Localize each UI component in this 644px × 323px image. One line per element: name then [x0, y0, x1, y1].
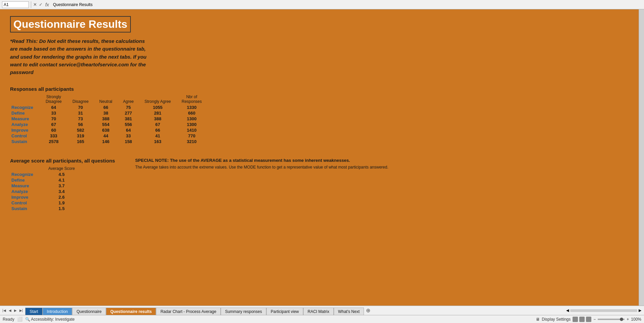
table-row: Improve6058263864661410 [10, 127, 207, 133]
table-row: Control1.9 [10, 200, 83, 206]
average-header: Average score all participants, all ques… [10, 158, 115, 164]
responses-table-header-row: StronglyDisagree Disagree Neutral Agree … [10, 94, 207, 105]
sheet-tab[interactable]: Questionnaire results [106, 308, 156, 315]
sheet-tab[interactable]: RACI Matrix [303, 308, 334, 315]
table-cell: 33 [118, 133, 139, 139]
average-table-container: Average score all participants, all ques… [10, 158, 115, 211]
col-agree: Agree [118, 94, 139, 105]
formula-content[interactable]: Questionnaire Results [52, 2, 642, 7]
page-layout-icon[interactable] [579, 317, 585, 322]
confirm-icon[interactable]: ✓ [39, 2, 43, 7]
col-disagree: Disagree [67, 94, 94, 105]
table-cell: 1300 [176, 116, 207, 122]
table-row: Define4.1 [10, 177, 83, 183]
bottom-tab-bar: |◀ ◀ ▶ ▶| StartIntroductionQuestionnaire… [0, 306, 644, 315]
avg-value: 3.4 [40, 189, 83, 194]
table-row: Recognize6470667510551330 [10, 105, 207, 110]
table-cell: 41 [139, 133, 176, 139]
avg-value: 4.1 [40, 177, 83, 183]
responses-header: Responses all participants [10, 86, 629, 92]
table-row: Recognize4.5 [10, 172, 83, 177]
table-cell: 67 [40, 122, 67, 127]
table-row: Analyze3.4 [10, 189, 83, 194]
table-cell: 67 [139, 122, 176, 127]
row-label: Define [10, 110, 40, 116]
table-cell: 770 [176, 133, 207, 139]
sheet-tab[interactable]: What's Next [334, 308, 364, 315]
table-cell: 582 [67, 127, 94, 133]
cancel-icon[interactable]: ✕ [33, 2, 37, 7]
col-strongly-agree: Strongly Agree [139, 94, 176, 105]
sheet-nav: |◀ ◀ ▶ ▶| [0, 309, 25, 312]
table-cell: 2578 [40, 139, 67, 144]
normal-view-icon[interactable] [573, 317, 578, 322]
nav-last[interactable]: ▶| [18, 309, 24, 312]
tables-section: Responses all participants StronglyDisag… [10, 86, 629, 211]
special-note: SPECIAL NOTE: The use of the AVERAGE as … [135, 158, 388, 170]
table-cell: 70 [40, 116, 67, 122]
table-row: Analyze6756554556671300 [10, 122, 207, 127]
table-row: Define333138277281660 [10, 110, 207, 116]
special-note-body: The Average takes into account the extre… [135, 164, 388, 170]
horizontal-scroll-right[interactable]: ▶ [639, 308, 641, 313]
table-cell: 31 [67, 110, 94, 116]
sheet-tab[interactable]: Participant view [266, 308, 303, 315]
status-left: Ready ⬜ 🔍 Accessibility: Investigate [3, 317, 74, 322]
table-cell: 1410 [176, 127, 207, 133]
table-cell: 381 [118, 116, 139, 122]
horizontal-scroll-left[interactable]: ◀ [566, 308, 569, 313]
horizontal-scrollbar[interactable] [570, 309, 637, 312]
status-bar: Ready ⬜ 🔍 Accessibility: Investigate 🖥 D… [0, 315, 644, 323]
cell-reference[interactable]: A1 [2, 1, 29, 8]
sheet-tab[interactable]: Introduction [43, 308, 72, 315]
table-cell: 333 [40, 133, 67, 139]
table-cell: 75 [118, 105, 139, 110]
nav-prev[interactable]: ◀ [8, 309, 12, 312]
formula-divider [31, 1, 31, 8]
view-mode-icons [573, 317, 591, 322]
table-cell: 70 [67, 105, 94, 110]
table-cell: 38 [94, 110, 118, 116]
sheet-tab[interactable]: Summary responses [221, 308, 266, 315]
sheet-tab[interactable]: Questionnaire [72, 308, 106, 315]
page-break-icon[interactable] [586, 317, 591, 322]
row-label: Recognize [10, 105, 40, 110]
add-sheet-button[interactable]: ⊕ [364, 307, 372, 314]
row-label: Improve [10, 194, 40, 200]
table-cell: 66 [139, 127, 176, 133]
table-cell: 388 [94, 116, 118, 122]
display-icon: 🖥 [536, 317, 540, 322]
table-row: Measure70733883813881300 [10, 116, 207, 122]
table-cell: 281 [139, 110, 176, 116]
avg-col-score: Average Score [40, 166, 83, 172]
row-label: Analyze [10, 122, 40, 127]
zoom-in-button[interactable]: + [627, 317, 629, 322]
warning-text: *Read This: Do Not edit these results, t… [10, 37, 151, 76]
col-neutral: Neutral [94, 94, 118, 105]
nav-first[interactable]: |◀ [1, 309, 7, 312]
sheet-tab[interactable]: Radar Chart - Process Average [156, 308, 221, 315]
col-nbr-responses: Nbr ofResponses [176, 94, 207, 105]
table-cell: 56 [67, 122, 94, 127]
zoom-thumb [620, 318, 623, 321]
table-cell: 73 [67, 116, 94, 122]
row-label: Measure [10, 116, 40, 122]
table-cell: 277 [118, 110, 139, 116]
table-cell: 556 [118, 122, 139, 127]
table-cell: 158 [118, 139, 139, 144]
bottom-right-controls: ◀ ▶ [566, 308, 644, 313]
zoom-level: 100% [631, 317, 641, 322]
status-right: 🖥 Display Settings − + 100% [536, 317, 641, 322]
table-cell: 1330 [176, 105, 207, 110]
zoom-slider[interactable] [598, 319, 625, 320]
table-cell: 638 [94, 127, 118, 133]
vertical-scrollbar[interactable] [639, 9, 644, 306]
row-label: Define [10, 177, 40, 183]
zoom-out-button[interactable]: − [593, 317, 596, 322]
table-cell: 146 [94, 139, 118, 144]
accessibility-status: 🔍 Accessibility: Investigate [25, 317, 75, 322]
sheet-tab[interactable]: Start [25, 308, 42, 315]
avg-value: 3.7 [40, 183, 83, 189]
table-row: Improve2.6 [10, 194, 83, 200]
nav-next[interactable]: ▶ [13, 309, 18, 312]
